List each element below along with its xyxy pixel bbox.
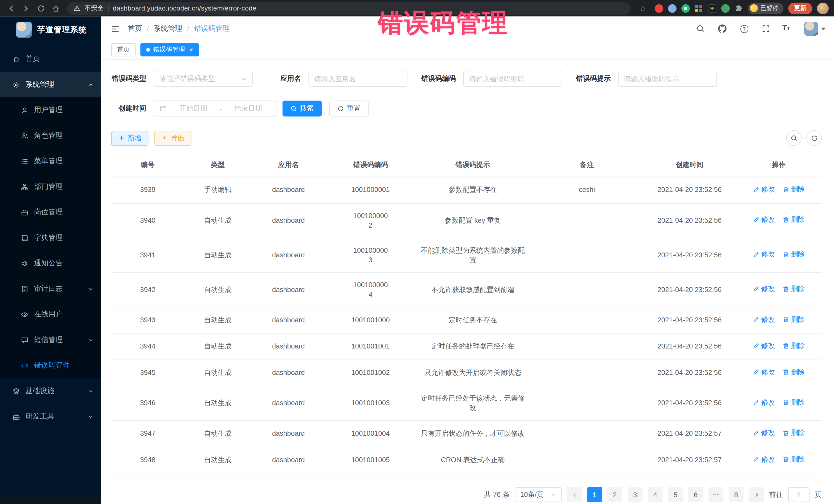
fullscreen-icon[interactable] — [761, 23, 771, 34]
page-button[interactable]: 6 — [688, 487, 703, 502]
page-button[interactable]: 8 — [729, 487, 744, 502]
delete-link[interactable]: 删除 — [783, 215, 805, 224]
vue-devtools-extension-icon[interactable] — [681, 4, 689, 13]
error-type-select[interactable]: 请选择错误码类型 — [154, 71, 253, 87]
app-name-input[interactable] — [308, 71, 408, 87]
breadcrumb-system[interactable]: 系统管理 — [154, 24, 182, 34]
cell-id: 3942 — [111, 272, 184, 307]
goto-page-input[interactable] — [788, 487, 810, 502]
date-separator: - — [220, 105, 222, 112]
page-button[interactable]: 3 — [628, 487, 642, 502]
address-bar[interactable]: 不安全 dashboard.yudao.iocoder.cn/system/er… — [67, 2, 631, 15]
sidebar-item-sms-mgmt[interactable]: 短信管理 — [0, 327, 101, 353]
search-icon[interactable] — [695, 23, 706, 34]
grid-extension-icon[interactable] — [695, 4, 703, 13]
browser-profile-avatar[interactable] — [817, 2, 829, 14]
sidebar-item-home[interactable]: 首页 — [0, 46, 101, 72]
edit-link[interactable]: 修改 — [753, 250, 775, 259]
sidebar-item-online-users[interactable]: 在线用户 — [0, 302, 101, 327]
home-button[interactable] — [49, 1, 63, 15]
sidebar-item-role-mgmt[interactable]: 角色管理 — [0, 123, 101, 148]
page-button[interactable]: 1 — [587, 487, 602, 502]
edit-link[interactable]: 修改 — [753, 215, 775, 224]
colorpicker-extension-icon[interactable] — [668, 4, 676, 13]
edit-link[interactable]: 修改 — [753, 184, 775, 194]
user-menu[interactable] — [804, 22, 826, 36]
sidebar-item-audit-log[interactable]: 审计日志 — [0, 276, 101, 302]
reload-button[interactable] — [34, 1, 48, 15]
delete-link[interactable]: 删除 — [783, 455, 805, 464]
tab-error-code[interactable]: 错误码管理 × — [140, 43, 199, 57]
sidebar-collapse-bar[interactable] — [0, 497, 101, 504]
cell-type: 自动生成 — [184, 333, 251, 360]
sidebar-item-user-mgmt[interactable]: 用户管理 — [0, 97, 101, 123]
sidebar-item-dict-mgmt[interactable]: 字典管理 — [0, 225, 101, 250]
paused-badge[interactable]: 已暂停 — [748, 2, 784, 14]
table-search-icon[interactable] — [786, 130, 802, 146]
create-time-range-picker[interactable]: 开始日期 - 结束日期 — [154, 101, 277, 116]
error-code-input[interactable] — [463, 71, 562, 87]
sidebar-item-dev-tools[interactable]: 研发工具 — [0, 404, 101, 429]
page-button[interactable]: 2 — [608, 487, 622, 502]
extensions-puzzle-icon[interactable] — [734, 4, 743, 13]
cell-app: dashboard — [251, 307, 326, 333]
close-icon[interactable]: × — [190, 46, 193, 53]
delete-link[interactable]: 删除 — [783, 398, 805, 407]
sidebar-item-error-code[interactable]: 错误码管理 — [0, 353, 101, 378]
delete-link[interactable]: 删除 — [783, 428, 805, 438]
page-button[interactable]: 4 — [648, 487, 663, 502]
help-icon[interactable]: ? — [739, 23, 749, 34]
sidebar-item-notice[interactable]: 通知公告 — [0, 250, 101, 276]
delete-icon — [783, 286, 789, 292]
table-refresh-icon[interactable] — [806, 130, 822, 146]
font-size-icon[interactable]: TT — [783, 23, 793, 34]
sidebar-menu: 首页 系统管理 用户管理 角色管理 — [0, 43, 101, 497]
sidebar-item-post-mgmt[interactable]: 岗位管理 — [0, 199, 101, 225]
next-page-button[interactable] — [749, 487, 764, 502]
delete-link[interactable]: 删除 — [783, 250, 805, 259]
breadcrumb-home[interactable]: 首页 — [128, 24, 142, 34]
forward-button[interactable] — [19, 1, 33, 15]
cell-remark — [530, 333, 643, 360]
delete-link[interactable]: 删除 — [783, 367, 805, 377]
prev-page-button[interactable] — [567, 487, 582, 502]
leaf-extension-icon[interactable] — [721, 4, 729, 13]
page-ellipsis[interactable]: ••• — [708, 487, 723, 502]
sidebar-item-dept-mgmt[interactable]: 部门管理 — [0, 174, 101, 199]
delete-link[interactable]: 删除 — [783, 284, 805, 293]
edit-link[interactable]: 修改 — [753, 284, 775, 293]
delete-link[interactable]: 删除 — [783, 341, 805, 351]
column-actions: 操作 — [736, 153, 822, 177]
error-hint-input[interactable] — [618, 71, 717, 87]
delete-link[interactable]: 删除 — [783, 314, 805, 324]
cell-code: 1001001001 — [326, 333, 415, 360]
sidebar-item-infra[interactable]: 基础设施 — [0, 378, 101, 404]
delete-link[interactable]: 删除 — [783, 184, 805, 194]
menu-fold-icon[interactable] — [108, 21, 123, 36]
edit-link[interactable]: 修改 — [753, 341, 775, 351]
sidebar-item-system[interactable]: 系统管理 — [0, 72, 101, 97]
github-icon[interactable] — [717, 23, 727, 34]
briefcase-icon — [20, 208, 29, 216]
edit-link[interactable]: 修改 — [753, 398, 775, 407]
pagination: 共 76 条 10条/页 123456•••8 前往 页 — [111, 487, 822, 502]
reset-button[interactable]: 重置 — [329, 101, 369, 116]
page-size-select[interactable]: 10条/页 — [515, 487, 562, 502]
edit-link[interactable]: 修改 — [753, 367, 775, 377]
export-button[interactable]: 导出 — [154, 131, 192, 146]
edit-link[interactable]: 修改 — [753, 314, 775, 324]
tab-home[interactable]: 首页 — [111, 43, 135, 57]
edit-link[interactable]: 修改 — [753, 428, 775, 438]
proxy-extension-icon[interactable]: on — [708, 4, 716, 13]
back-button[interactable] — [4, 1, 18, 15]
update-button[interactable]: 更新 — [788, 2, 812, 14]
bookmark-star-icon[interactable]: ☆ — [636, 1, 650, 15]
search-button[interactable]: 搜索 — [283, 101, 322, 116]
sidebar-item-menu-mgmt[interactable]: 菜单管理 — [0, 148, 101, 174]
app-header: 首页 / 系统管理 / 错误码管理 ? — [101, 17, 834, 41]
app-logo[interactable]: 芋道管理系统 — [0, 17, 101, 43]
adblock-extension-icon[interactable] — [654, 4, 663, 13]
add-button[interactable]: 新增 — [111, 131, 148, 146]
page-button[interactable]: 5 — [668, 487, 683, 502]
edit-link[interactable]: 修改 — [753, 455, 775, 464]
